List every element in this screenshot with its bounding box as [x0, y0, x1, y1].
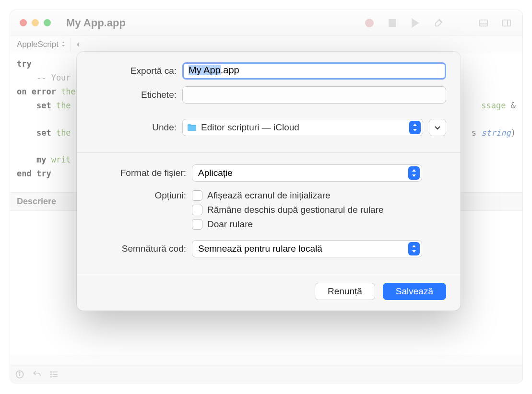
location-select[interactable]: Editor scripturi — iCloud	[182, 119, 423, 136]
location-value: Editor scripturi — iCloud	[201, 122, 405, 133]
minimize-window-button[interactable]	[32, 19, 39, 26]
code-sign-value: Semnează pentru rulare locală	[198, 243, 404, 254]
checkbox-icon	[192, 219, 202, 230]
run-button[interactable]	[409, 17, 422, 29]
expand-location-button[interactable]	[429, 119, 446, 136]
code-sign-select[interactable]: Semnează pentru rulare locală	[192, 240, 422, 257]
tags-label: Etichete:	[91, 90, 182, 100]
footer-bar	[10, 365, 522, 383]
export-as-label: Exportă ca:	[91, 66, 182, 76]
build-button[interactable]	[432, 17, 445, 29]
option-show-startup[interactable]: Afișează ecranul de inițializare	[192, 190, 446, 201]
file-format-label: Format de fișier:	[91, 168, 192, 178]
select-arrows-icon	[409, 121, 421, 134]
folder-icon	[187, 123, 197, 132]
nav-breadcrumb[interactable]	[71, 39, 85, 50]
window-controls	[20, 19, 51, 26]
filename-selected-text: My App	[189, 65, 221, 75]
checkbox-icon	[192, 190, 202, 201]
svg-point-10	[51, 371, 52, 372]
filename-extension: .app	[221, 65, 239, 75]
save-button[interactable]: Salvează	[383, 283, 446, 300]
svg-rect-0	[480, 20, 488, 26]
option-stay-open[interactable]: Rămâne deschis după gestionarul de rular…	[192, 205, 446, 215]
svg-point-6	[19, 372, 20, 373]
svg-rect-2	[503, 20, 511, 26]
chevron-down-icon	[434, 124, 441, 131]
file-format-select[interactable]: Aplicație	[192, 164, 422, 182]
chevron-updown-icon	[60, 40, 66, 49]
sidebar-toggle-button[interactable]	[500, 17, 513, 29]
select-arrows-icon	[408, 242, 420, 255]
code-sign-label: Semnătură cod:	[91, 243, 192, 254]
svg-point-11	[51, 374, 52, 375]
cancel-button[interactable]: Renunță	[315, 283, 375, 300]
language-selector[interactable]: AppleScript	[13, 38, 71, 51]
checkbox-icon	[192, 205, 202, 215]
window-title: My App.app	[66, 17, 126, 29]
panel-toggle-button[interactable]	[477, 17, 490, 29]
record-button[interactable]	[363, 17, 376, 29]
info-icon[interactable]	[15, 370, 24, 379]
export-filename-input[interactable]: My App.app	[182, 62, 446, 80]
language-label: AppleScript	[17, 40, 59, 49]
where-label: Unde:	[91, 122, 182, 133]
titlebar: My App.app	[10, 10, 522, 36]
navigation-bar: AppleScript	[10, 36, 522, 53]
option-label: Rămâne deschis după gestionarul de rular…	[207, 205, 384, 215]
file-format-value: Aplicație	[198, 168, 404, 178]
maximize-window-button[interactable]	[44, 19, 51, 26]
reply-icon[interactable]	[32, 370, 42, 379]
option-label: Afișează ecranul de inițializare	[207, 190, 331, 201]
option-label: Doar rulare	[207, 219, 253, 230]
close-window-button[interactable]	[20, 19, 27, 26]
tags-input[interactable]	[182, 86, 446, 104]
list-icon[interactable]	[49, 370, 59, 379]
svg-point-12	[51, 376, 52, 377]
chevron-left-icon	[74, 41, 81, 48]
export-dialog: Exportă ca: My App.app Etichete: Unde:	[77, 52, 461, 311]
stop-button[interactable]	[386, 17, 399, 29]
options-label: Opțiuni:	[91, 188, 192, 201]
option-run-only[interactable]: Doar rulare	[192, 219, 446, 230]
select-arrows-icon	[408, 166, 420, 180]
